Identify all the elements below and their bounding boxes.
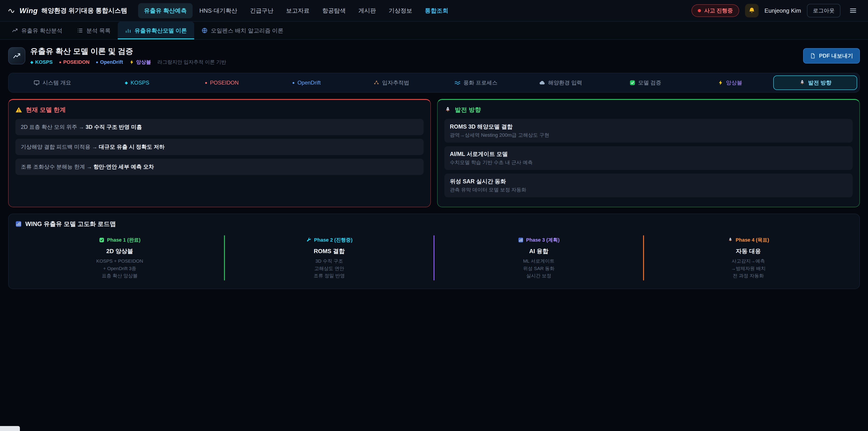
directions-card-header: 발전 방향 bbox=[444, 106, 852, 114]
stab-weathering-process[interactable]: 풍화 프로세스 bbox=[434, 75, 518, 90]
wing-logo-icon bbox=[8, 8, 16, 13]
incident-dot-icon bbox=[698, 9, 701, 12]
hamburger-icon bbox=[849, 7, 857, 14]
logout-button[interactable]: 로그아웃 bbox=[807, 4, 840, 18]
incident-status-badge[interactable]: 사고 진행중 bbox=[691, 4, 739, 17]
direction-item-desc: 광역→상세역 Nesting 200m급 고해상도 구현 bbox=[450, 132, 847, 138]
phase-4-desc: 사고감지→예측 →방제자원 배치 전 과정 자동화 bbox=[648, 257, 849, 280]
bell-icon bbox=[748, 7, 755, 14]
direction-item: 위성 SAR 실시간 동화 관측 유막 데이터 모델 보정 자동화 bbox=[444, 174, 852, 197]
cloud-icon bbox=[539, 80, 546, 86]
stab-opendrift[interactable]: ● OpenDrift bbox=[265, 75, 348, 90]
limitation-text: 조류 조화상수 분해능 한계 → bbox=[21, 164, 93, 170]
stab-label: POSEIDON bbox=[210, 80, 239, 86]
wave-icon bbox=[454, 80, 461, 86]
bar-chart-icon bbox=[125, 27, 131, 34]
top-navigation-bar: Wing 해양환경 위기대응 통합시스템 유출유 확산예측 HNS·대기확산 긴… bbox=[0, 0, 868, 22]
limitation-text: 2D 표층 확산 모의 위주 → bbox=[21, 124, 86, 130]
phase-1: Phase 1 (완료) 2D 앙상블 KOSPS + POSEIDON + O… bbox=[16, 235, 224, 280]
opendrift-badge-label: OpenDrift bbox=[100, 59, 123, 65]
subtab-oil-fence-algorithm[interactable]: 오일펜스 배치 알고리즘 이론 bbox=[194, 22, 291, 39]
nav-report-materials[interactable]: 보고자료 bbox=[280, 3, 315, 18]
phase-4-label: Phase 4 (목표) bbox=[727, 237, 769, 243]
phase-3-label: Phase 3 (계획) bbox=[518, 237, 560, 243]
stab-poseidon[interactable]: ● POSEIDON bbox=[180, 75, 264, 90]
stab-label: 입자추적법 bbox=[382, 79, 409, 86]
stab-model-validation[interactable]: 모델 검증 bbox=[604, 75, 687, 90]
pdf-document-icon bbox=[810, 53, 816, 59]
hamburger-menu-button[interactable] bbox=[846, 4, 860, 18]
stab-ensemble[interactable]: 앙상블 bbox=[688, 75, 772, 90]
subtab-label: 분석 목록 bbox=[86, 27, 111, 34]
direction-item-desc: 관측 유막 데이터 모델 보정 자동화 bbox=[450, 186, 847, 193]
stab-kosps[interactable]: ◆ KOSPS bbox=[96, 75, 179, 90]
stab-particle-tracking[interactable]: 입자추적법 bbox=[350, 75, 433, 90]
phase-2-label: Phase 2 (진행중) bbox=[306, 237, 352, 243]
subtab-analysis-list[interactable]: 분석 목록 bbox=[70, 22, 118, 39]
limitation-highlight: 3D 수직 구조 반영 미흡 bbox=[86, 124, 142, 130]
stab-label: 해양환경 입력 bbox=[548, 79, 582, 86]
nav-aerial-search[interactable]: 항공탐색 bbox=[316, 3, 351, 18]
limitation-item: 조류 조화상수 분해능 한계 → 항만·연안 세부 예측 오차 bbox=[16, 159, 424, 175]
page-content: 유출유 확산 모델 이론 및 검증 ◆ KOSPS ● POSEIDON ● O… bbox=[0, 40, 868, 300]
nav-oil-spill-prediction[interactable]: 유출유 확산예측 bbox=[138, 3, 193, 18]
trend-chart-icon bbox=[12, 27, 18, 34]
nav-emergency-rescue[interactable]: 긴급구난 bbox=[244, 3, 279, 18]
phase-4: Phase 4 (목표) 자동 대응 사고감지→예측 →방제자원 배치 전 과정… bbox=[644, 235, 852, 280]
dot-icon: ● bbox=[292, 81, 295, 85]
rocket-icon bbox=[727, 237, 733, 243]
direction-item: AI/ML 서로게이트 모델 수치모델 학습 기반 수초 내 근사 예측 bbox=[444, 146, 852, 170]
page-header-text: 유출유 확산 모델 이론 및 검증 ◆ KOSPS ● POSEIDON ● O… bbox=[30, 46, 226, 65]
nav-integrated-search[interactable]: 통합조회 bbox=[419, 3, 454, 18]
poseidon-badge: ● POSEIDON bbox=[59, 59, 90, 65]
stab-label: OpenDrift bbox=[298, 80, 321, 86]
bar-chart-icon bbox=[16, 221, 22, 227]
main-nav: 유출유 확산예측 HNS·대기확산 긴급구난 보고자료 항공탐색 게시판 기상정… bbox=[138, 3, 454, 18]
page-subtitle: 라그랑지안 입자추적 이론 기반 bbox=[157, 59, 226, 65]
direction-item-title: AI/ML 서로게이트 모델 bbox=[450, 150, 847, 158]
phase-3-name: AI 융합 bbox=[438, 247, 640, 255]
check-square-icon bbox=[99, 237, 104, 243]
stab-system-overview[interactable]: 시스템 개요 bbox=[11, 75, 94, 90]
topnav-right-cluster: 사고 진행중 Eunjeong Kim 로그아웃 bbox=[691, 4, 860, 18]
warning-icon bbox=[16, 106, 22, 113]
roadmap-title: WING 유출유 모델 고도화 로드맵 bbox=[25, 220, 116, 228]
kosps-badge: ◆ KOSPS bbox=[30, 59, 53, 65]
phase-1-name: 2D 앙상블 bbox=[19, 247, 220, 255]
subtab-model-theory[interactable]: 유출유확산모델 이론 bbox=[118, 22, 194, 39]
phase-2-label-text: Phase 2 (진행중) bbox=[314, 237, 352, 243]
phase-1-label-text: Phase 1 (완료) bbox=[107, 237, 141, 243]
dot-icon: ● bbox=[205, 81, 207, 85]
pdf-export-label: PDF 내보내기 bbox=[819, 52, 853, 59]
stab-ocean-environment-input[interactable]: 해양환경 입력 bbox=[519, 75, 602, 90]
opendrift-badge: ● OpenDrift bbox=[96, 59, 123, 65]
browser-status-popup bbox=[0, 426, 20, 431]
roadmap-phases: Phase 1 (완료) 2D 앙상블 KOSPS + POSEIDON + O… bbox=[16, 235, 852, 280]
bar-chart-icon bbox=[518, 237, 524, 243]
lightning-icon bbox=[718, 80, 723, 86]
limitation-highlight: 항만·연안 세부 예측 오차 bbox=[93, 164, 154, 170]
theory-cards: 현재 모델 한계 2D 표층 확산 모의 위주 → 3D 수직 구조 반영 미흡… bbox=[8, 99, 860, 207]
subtab-spill-analysis[interactable]: 유출유 확산분석 bbox=[4, 22, 70, 39]
directions-title: 발전 방향 bbox=[455, 106, 481, 114]
limitations-card-header: 현재 모델 한계 bbox=[16, 106, 424, 114]
particles-icon bbox=[373, 80, 379, 86]
phase-2-name: ROMS 결합 bbox=[228, 247, 430, 255]
stab-label: 시스템 개요 bbox=[42, 79, 71, 86]
wing-logo: Wing bbox=[20, 6, 38, 15]
wrench-icon bbox=[306, 237, 311, 243]
brand[interactable]: Wing 해양환경 위기대응 통합시스템 bbox=[8, 6, 127, 15]
stab-future-direction[interactable]: 발전 방향 bbox=[773, 75, 857, 90]
list-icon bbox=[77, 27, 83, 34]
pdf-export-button[interactable]: PDF 내보내기 bbox=[803, 48, 860, 63]
page-header: 유출유 확산 모델 이론 및 검증 ◆ KOSPS ● POSEIDON ● O… bbox=[8, 46, 860, 65]
dot-icon: ● bbox=[59, 60, 61, 64]
nav-hns-atmospheric[interactable]: HNS·대기확산 bbox=[193, 3, 243, 18]
notification-bell-button[interactable] bbox=[745, 4, 758, 18]
stab-label: 모델 검증 bbox=[638, 79, 661, 86]
nav-weather-info[interactable]: 기상정보 bbox=[383, 3, 418, 18]
subtab-label: 유출유 확산분석 bbox=[21, 27, 62, 34]
model-badge-row: ◆ KOSPS ● POSEIDON ● OpenDrift bbox=[30, 59, 226, 65]
limitation-item: 2D 표층 확산 모의 위주 → 3D 수직 구조 반영 미흡 bbox=[16, 119, 424, 135]
nav-board[interactable]: 게시판 bbox=[352, 3, 382, 18]
